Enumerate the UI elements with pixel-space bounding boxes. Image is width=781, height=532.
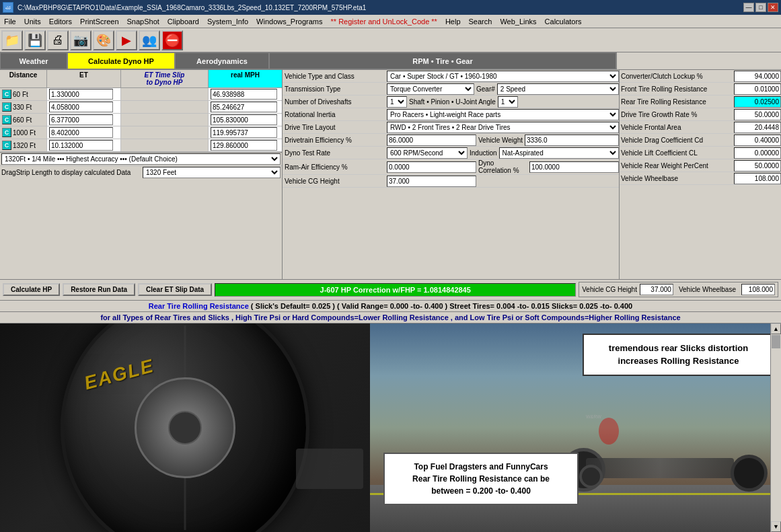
save-icon-btn[interactable]: 💾: [24, 30, 46, 50]
menu-snapshot[interactable]: SnapShot: [123, 17, 163, 26]
gear-select[interactable]: 2 Speed: [497, 83, 619, 95]
drivetrain-row: Drivetrain Efficiency % Vehicle Weight: [283, 134, 619, 147]
transmission-select[interactable]: Torque Converter: [387, 83, 474, 95]
timeslip-1000ft-input[interactable]: [123, 127, 202, 138]
drag-coeff-input[interactable]: [734, 135, 781, 146]
menu-clipboard[interactable]: Clipboard: [163, 17, 203, 26]
menu-register[interactable]: ** Register and UnLock_Code **: [327, 17, 441, 26]
rotational-select[interactable]: Pro Racers • Light-weight Race parts: [387, 109, 619, 120]
timeslip-330ft-input[interactable]: [123, 102, 202, 112]
et-330ft-input[interactable]: [49, 102, 113, 112]
rear-rolling-input[interactable]: [734, 96, 781, 108]
print-icon-btn[interactable]: 🖨: [47, 30, 69, 50]
menu-weblinks[interactable]: Web_Links: [496, 17, 540, 26]
rotational-row: Rotational Inertia Pro Racers • Light-we…: [283, 108, 619, 121]
overlay-text-bottom: Top Fuel Dragsters and FunnyCarsRear Tir…: [412, 462, 550, 496]
color-icon-btn[interactable]: 🎨: [93, 30, 114, 50]
info-bar-2: for all Types of Rear Tires and Slicks ,…: [0, 312, 781, 324]
th-timeslip: ET Time Slipto Dyno HP: [121, 70, 209, 88]
menu-help[interactable]: Help: [441, 17, 465, 26]
driveshafts-select[interactable]: 1: [387, 96, 407, 108]
drivetrain-label: Drivetrain Efficiency %: [283, 137, 387, 144]
menu-printscreen[interactable]: PrintScreen: [76, 17, 122, 26]
play-icon-btn[interactable]: ▶: [116, 30, 137, 50]
timeslip-60ft-input[interactable]: [123, 89, 202, 100]
induction-select[interactable]: Nat-Aspirated: [499, 147, 619, 159]
nav-weather[interactable]: Weather: [0, 52, 67, 69]
c-btn-330[interactable]: C: [2, 102, 11, 112]
wheelbase-input[interactable]: [734, 173, 781, 184]
drivetrain-input[interactable]: [387, 135, 476, 146]
lockup-input[interactable]: [734, 71, 781, 82]
vehicle-type-select[interactable]: Car • Super Stock / GT • 1960-1980: [387, 71, 619, 82]
rear-weight-input[interactable]: [734, 160, 781, 172]
lift-coeff-input[interactable]: [734, 147, 781, 159]
mph-60ft-input[interactable]: [211, 89, 277, 100]
nav-calculate-dyno[interactable]: Calculate Dyno HP: [67, 52, 175, 69]
scroll-thumb[interactable]: [772, 335, 780, 348]
c-btn-1320[interactable]: C: [2, 141, 11, 150]
lift-coeff-label: Vehicle Lift Coefficient CL: [620, 149, 734, 157]
mph-1000ft-input[interactable]: [211, 127, 277, 138]
title-bar-controls[interactable]: — □ ✕: [743, 3, 778, 12]
rear-rolling-label: Rear Tire Rolling Resistance: [620, 98, 734, 106]
c-btn-660[interactable]: C: [2, 115, 11, 124]
et-660ft-input[interactable]: [49, 114, 113, 125]
mph-1320ft-input[interactable]: [211, 140, 277, 151]
ujoint-select[interactable]: 1: [498, 96, 518, 108]
ramair-input[interactable]: [387, 161, 476, 173]
et-60ft-input[interactable]: [49, 89, 113, 100]
cg-height-input[interactable]: [387, 176, 476, 187]
nav-aerodynamics[interactable]: Aerodynamics: [175, 52, 269, 69]
gear-label: Gear#: [474, 85, 497, 93]
timeslip-1320ft-input[interactable]: [123, 140, 202, 151]
stop-icon-btn[interactable]: ⛔: [161, 30, 183, 50]
calculate-btn[interactable]: Calculate HP: [3, 283, 60, 296]
scroll-down-btn[interactable]: ▼: [771, 521, 781, 532]
cg-height-right-input[interactable]: [640, 284, 673, 295]
weight-label: Vehicle Weight: [476, 137, 525, 144]
et-1000ft-input[interactable]: [49, 127, 113, 138]
menu-units[interactable]: Units: [20, 17, 45, 26]
accuracy-select[interactable]: 1320Ft • 1/4 Mile ••• Highest Accuracy •…: [1, 153, 281, 165]
image-section: EAGLE: [0, 324, 781, 533]
drive-growth-input[interactable]: [734, 109, 781, 120]
lockup-label: Converter/Clutch Lockup %: [620, 73, 734, 80]
dragstrip-label: DragStrip Length to display calculated D…: [1, 169, 143, 176]
et-1320ft-input[interactable]: [49, 140, 113, 151]
dyno-corr-input[interactable]: [529, 161, 619, 173]
nav-rpm-tire-gear[interactable]: RPM • Tire • Gear: [269, 52, 616, 69]
toolbar: 📁 💾 🖨 📷 🎨 ▶ 👥 ⛔: [0, 28, 781, 52]
maximize-button[interactable]: □: [755, 3, 766, 12]
right-panel: Converter/Clutch Lockup % Front Tire Rol…: [620, 70, 781, 279]
dragstrip-select[interactable]: 1320 Feet: [143, 167, 281, 178]
wheelbase-right-input[interactable]: [741, 284, 775, 295]
users-icon-btn[interactable]: 👥: [139, 30, 160, 50]
menu-sysinfo[interactable]: System_Info: [203, 17, 252, 26]
c-btn-1000[interactable]: C: [2, 128, 11, 137]
wheelbase-row: Vehicle Wheelbase: [620, 172, 781, 185]
menu-search[interactable]: Search: [465, 17, 496, 26]
front-rolling-input[interactable]: [734, 83, 781, 95]
close-button[interactable]: ✕: [768, 3, 778, 12]
weight-input[interactable]: [525, 135, 619, 146]
camera-icon-btn[interactable]: 📷: [70, 30, 91, 50]
frontal-area-input[interactable]: [734, 122, 781, 133]
dyno-rate-select[interactable]: 600 RPM/Second: [387, 147, 468, 159]
c-btn-60[interactable]: C: [2, 89, 11, 99]
scroll-up-btn[interactable]: ▲: [771, 324, 781, 334]
mph-660ft-input[interactable]: [211, 114, 277, 125]
minimize-button[interactable]: —: [743, 3, 754, 12]
drive-layout-select[interactable]: RWD • 2 Front Tires • 2 Rear Drive Tires: [387, 122, 619, 133]
restore-btn[interactable]: Restore Run Data: [63, 283, 135, 296]
cg-height-display: Vehicle CG Height Vehicle Wheelbase: [579, 282, 778, 297]
mph-330ft-input[interactable]: [211, 102, 277, 112]
folder-icon-btn[interactable]: 📁: [1, 30, 23, 50]
menu-windows[interactable]: Windows_Programs: [252, 17, 326, 26]
clear-btn[interactable]: Clear ET Slip Data: [138, 283, 212, 296]
menu-calculators[interactable]: Calculators: [541, 17, 586, 26]
menu-editors[interactable]: Editors: [45, 17, 76, 26]
menu-file[interactable]: File: [0, 17, 20, 26]
timeslip-660ft-input[interactable]: [123, 114, 202, 125]
ramair-row: Ram-Air Efficiency % Dyno Correlation %: [283, 159, 619, 175]
